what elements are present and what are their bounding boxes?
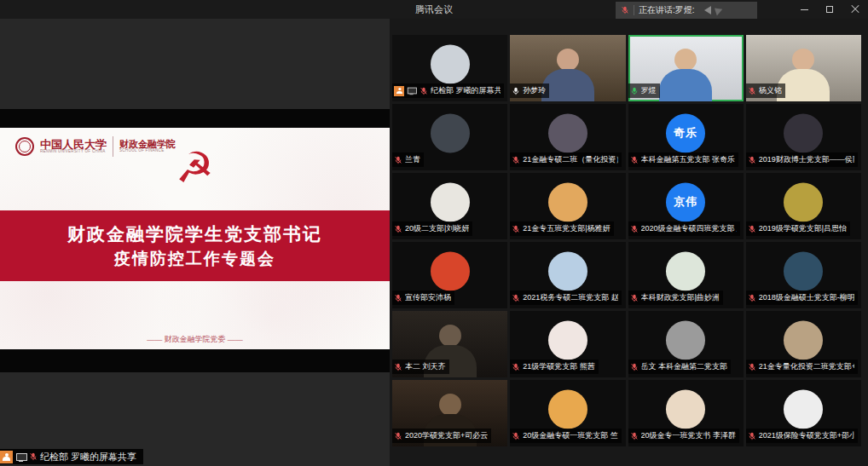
participant-tile[interactable]: 本科财政党支部|曲妙洲 (628, 242, 744, 308)
participant-tile[interactable]: 2019财政博士党支部——侯雨晗 (746, 104, 861, 170)
participant-tile[interactable]: 21金专五班党支部|杨雅妍 (510, 173, 625, 239)
mic-icon (394, 432, 402, 440)
participant-tile[interactable]: 21金专量化投资二班党支部+… (746, 311, 861, 377)
close-button[interactable] (842, 0, 868, 19)
participant-label: 2020级金融专硕四班党支部 卫… (628, 221, 740, 236)
participant-tile[interactable]: 2019级学硕党支部|吕思怡 (746, 173, 861, 239)
avatar (666, 320, 705, 360)
mic-icon (630, 87, 639, 95)
participant-tile[interactable]: 罗煜 (628, 35, 744, 101)
participant-tile[interactable]: 2020学硕党支部+司必云 (392, 380, 507, 446)
participant-tile[interactable]: 本二 刘天齐 (392, 311, 507, 377)
participant-tile[interactable]: 20级金融专硕一班党支部 竺… (510, 380, 625, 446)
video-person-head (439, 325, 461, 347)
avatar: 京伟 (666, 182, 705, 221)
participant-tile[interactable]: 20级二支部|刘晓妍 (392, 173, 507, 239)
avatar (548, 251, 587, 291)
participant-tile[interactable]: 20级金专一班党支书 李泽群 (628, 380, 744, 446)
participant-tile[interactable]: 2018级金融硕士党支部-柳明芳 (746, 242, 861, 308)
mic-icon (394, 156, 402, 164)
participant-name: 本二 刘天齐 (405, 361, 446, 372)
avatar (548, 182, 587, 221)
avatar (548, 320, 587, 360)
participant-name: 21金专五班党支部|杨雅妍 (523, 223, 610, 234)
participant-tile[interactable]: 2021税务专硕二班党支部 赵瑶… (510, 242, 625, 308)
participant-label: 21金融专硕二班（量化投资）… (510, 152, 622, 167)
participant-tile[interactable]: 孙梦玲 (510, 35, 625, 101)
participant-name: 岳文 本科金融第二党支部 (641, 361, 728, 372)
participant-label: 2021级保险专硕党支部+邵小兰 (746, 429, 858, 443)
participant-name: 2018级金融硕士党支部-柳明芳 (759, 292, 854, 303)
participant-label: 2019财政博士党支部——侯雨晗 (746, 152, 858, 167)
participant-name: 兰青 (405, 154, 420, 165)
video-person-head (557, 49, 579, 71)
label-badges (394, 86, 417, 96)
mic-icon (748, 87, 756, 95)
participant-label: 21金专五班党支部|杨雅妍 (510, 221, 613, 236)
mic-icon (512, 294, 520, 302)
participant-name: 2019财政博士党支部——侯雨晗 (759, 154, 854, 165)
screen-share-icon (15, 452, 26, 462)
participant-label: 孙梦玲 (510, 83, 549, 98)
mic-icon (630, 225, 639, 233)
window-controls (791, 0, 868, 19)
participant-tile[interactable]: 2021级保险专硕党支部+邵小兰 (746, 380, 861, 446)
participant-name: 本科金融第五党支部 张奇乐 (641, 154, 736, 165)
mic-icon (420, 87, 428, 95)
avatar (666, 389, 705, 429)
participant-tile[interactable]: 21级学硕党支部 熊茜 (510, 311, 625, 377)
participant-name: 21金融专硕二班（量化投资）… (523, 154, 618, 165)
mic-icon (630, 294, 639, 302)
participant-name: 2019级学硕党支部|吕思怡 (759, 223, 847, 234)
participant-label: 罗煜 (628, 83, 660, 98)
participant-label: 本二 刘天齐 (392, 360, 449, 374)
participant-label: 兰青 (392, 152, 424, 167)
mic-icon (512, 363, 520, 371)
participant-label: 21级学硕党支部 熊茜 (510, 360, 599, 374)
mic-icon (748, 363, 756, 371)
avatar (784, 182, 823, 221)
participant-name: 罗煜 (641, 85, 657, 96)
participant-tile[interactable]: 宣传部安沛杨 (392, 242, 507, 308)
maximize-button[interactable] (817, 0, 842, 19)
screen-share-status-overlay: 纪检部 罗曦的屏幕共享 (0, 449, 143, 464)
avatar: 奇乐 (666, 113, 705, 152)
avatar (548, 113, 587, 152)
video-person-body (659, 69, 712, 101)
participant-tile[interactable]: 纪检部 罗曦的屏幕共享 (392, 35, 507, 101)
slide-title-line2: 疫情防控工作专题会 (114, 248, 275, 270)
minimize-button[interactable] (791, 0, 817, 19)
participant-tile[interactable]: 兰青 (392, 104, 507, 170)
muted-mic-icon (621, 6, 629, 14)
mic-icon (630, 363, 639, 371)
participant-label: 岳文 本科金融第二党支部 (628, 360, 732, 374)
speaking-indicator-panel[interactable]: 正在讲话:罗煜: (616, 2, 757, 19)
participant-label: 20级金专一班党支书 李泽群 (628, 429, 740, 443)
participant-tile[interactable]: 21金融专硕二班（量化投资）… (510, 104, 625, 170)
mic-icon (512, 432, 520, 440)
participant-name: 20级二支部|刘晓妍 (405, 223, 469, 234)
muted-mic-icon (29, 452, 38, 461)
mic-icon (748, 432, 756, 440)
participant-tile[interactable]: 奇乐 本科金融第五党支部 张奇乐 (628, 104, 744, 170)
participant-label: 21金专量化投资二班党支部+… (746, 360, 858, 374)
participant-tile[interactable]: 岳文 本科金融第二党支部 (628, 311, 744, 377)
participant-grid: 纪检部 罗曦的屏幕共享 孙梦玲 (390, 19, 868, 446)
avatar (431, 113, 470, 152)
participant-name: 纪检部 罗曦的屏幕共享 (431, 85, 501, 96)
mic-icon (748, 225, 756, 233)
close-icon (851, 5, 859, 14)
participant-label: 宣传部安沛杨 (392, 291, 454, 305)
letterbox-top (0, 109, 390, 128)
avatar (431, 182, 470, 221)
mic-icon (394, 363, 402, 371)
slide-title-line1: 财政金融学院学生党支部书记 (67, 222, 322, 246)
participant-tile[interactable]: 京伟 2020级金融专硕四班党支部 卫… (628, 173, 744, 239)
video-person-head (439, 394, 461, 416)
participant-tile[interactable]: 杨义铭 (746, 35, 861, 101)
participant-name: 20级金专一班党支书 李泽群 (641, 430, 737, 441)
share-status-text: 纪检部 罗曦的屏幕共享 (40, 451, 136, 463)
mic-icon (630, 156, 639, 164)
participant-label: 2021税务专硕二班党支部 赵瑶… (510, 291, 622, 305)
avatar (784, 389, 823, 429)
